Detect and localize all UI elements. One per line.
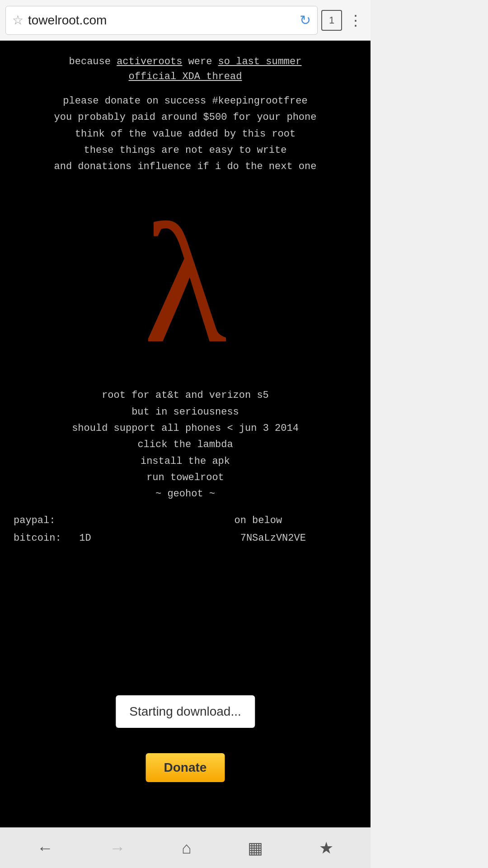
- donate-paypal-button[interactable]: Donate: [146, 753, 225, 782]
- root-line2: but in seriousness: [131, 406, 239, 418]
- back-icon: ←: [37, 839, 53, 858]
- tabs-overview-button[interactable]: ▦: [243, 834, 267, 862]
- root-line7: ~ geohot ~: [155, 488, 215, 500]
- bitcoin-label: bitcoin:: [14, 533, 61, 544]
- browser-chrome: ☆ towelroot.com ↻ 1 ⋮: [0, 0, 371, 41]
- web-content: because activeroots were so last summer …: [0, 41, 371, 827]
- activeroots-link[interactable]: activeroots: [117, 56, 182, 67]
- tabs-overview-icon: ▦: [248, 839, 263, 858]
- lambda-symbol[interactable]: λ: [144, 198, 227, 369]
- url-display[interactable]: towelroot.com: [28, 13, 295, 28]
- paypal-label: paypal:: [14, 515, 55, 526]
- root-line4: click the lambda: [137, 439, 233, 450]
- intro-were: were: [182, 56, 218, 67]
- xda-thread-link[interactable]: official XDA thread: [129, 71, 242, 82]
- root-line6: run towelroot: [146, 472, 224, 483]
- tab-count-label: 1: [329, 14, 334, 26]
- donate-line1: please donate on success #keepingrootfre…: [63, 95, 307, 107]
- lambda-container[interactable]: λ: [9, 198, 361, 369]
- donate-text-block: please donate on success #keepingrootfre…: [54, 93, 317, 175]
- root-line1: root for at&t and verizon s5: [102, 390, 269, 401]
- donate-line5: and donations influence if i do the next…: [54, 161, 317, 172]
- bitcoin-suffix: 7NSaLzVN2VE: [240, 533, 306, 544]
- donate-button-area: Donate: [146, 753, 225, 782]
- home-icon: ⌂: [182, 839, 192, 858]
- donate-line3: think of the value added by this root: [75, 128, 296, 140]
- bookmark-star-icon[interactable]: ☆: [12, 13, 23, 28]
- root-line5: install the apk: [141, 456, 230, 467]
- forward-icon: →: [109, 839, 126, 858]
- paypal-suffix: on below: [235, 515, 282, 526]
- tab-count-button[interactable]: 1: [321, 10, 342, 31]
- donate-line2: you probably paid around $500 for your p…: [54, 112, 317, 123]
- intro-section: because activeroots were so last summer …: [69, 54, 302, 84]
- home-button[interactable]: ⌂: [177, 834, 196, 862]
- back-button[interactable]: ←: [33, 834, 58, 862]
- root-info-block: root for at&t and verizon s5 but in seri…: [72, 387, 299, 502]
- reload-icon[interactable]: ↻: [300, 12, 311, 28]
- bookmarks-icon: ★: [319, 839, 333, 858]
- toast-notification: Starting download...: [116, 695, 255, 728]
- bitcoin-prefix: 1D: [79, 533, 91, 544]
- so-last-summer-link[interactable]: so last summer: [218, 56, 302, 67]
- toast-message: Starting download...: [129, 704, 241, 718]
- bottom-navigation: ← → ⌂ ▦ ★: [0, 827, 371, 868]
- donate-line4: these things are not easy to write: [84, 145, 287, 156]
- bookmarks-button[interactable]: ★: [314, 834, 338, 862]
- menu-button[interactable]: ⋮: [346, 12, 365, 29]
- address-bar[interactable]: ☆ towelroot.com ↻: [5, 6, 318, 35]
- root-line3: should support all phones < jun 3 2014: [72, 423, 299, 434]
- intro-because: because: [69, 56, 117, 67]
- forward-button[interactable]: →: [105, 834, 130, 862]
- donation-info-section: paypal: on below bitcoin: 1D 7NSaLzVN2VE: [9, 512, 361, 547]
